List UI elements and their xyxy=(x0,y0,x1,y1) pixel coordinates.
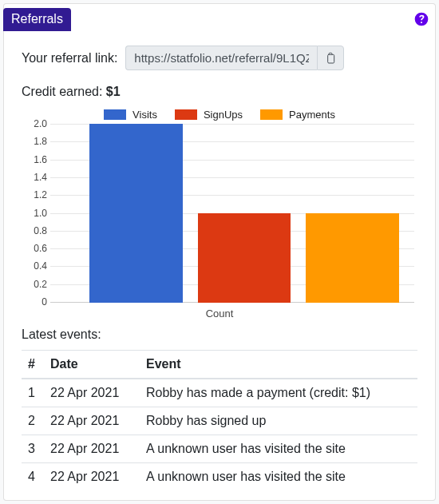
chart-bar-slot xyxy=(190,124,298,303)
events-heading: Latest events: xyxy=(22,327,417,342)
referral-link-input[interactable] xyxy=(125,46,317,70)
tab-referrals[interactable]: Referrals xyxy=(3,8,71,31)
credit-label: Credit earned: xyxy=(22,85,106,98)
chart-xlabel: Count xyxy=(22,308,417,319)
referral-link-label: Your referral link: xyxy=(22,51,117,65)
chart-ytick: 2.0 xyxy=(23,118,47,129)
table-row: 322 Apr 2021A unknown user has visited t… xyxy=(22,435,417,463)
events-col-event: Event xyxy=(140,351,417,379)
help-button[interactable] xyxy=(413,11,429,27)
chart-bar xyxy=(89,124,182,303)
legend-swatch xyxy=(175,109,197,120)
table-cell: Robby has signed up xyxy=(140,407,417,435)
chart-ytick: 0.4 xyxy=(23,260,47,272)
chart-ytick: 0.8 xyxy=(23,225,47,236)
table-cell: 22 Apr 2021 xyxy=(44,435,140,463)
chart-ytick: 1.2 xyxy=(23,189,47,200)
table-cell: Robby has made a payment (credit: $1) xyxy=(140,379,417,407)
chart-bar xyxy=(306,213,398,303)
table-cell: 3 xyxy=(22,435,44,463)
chart-ytick: 0 xyxy=(23,296,47,308)
legend-label: Payments xyxy=(289,109,335,121)
table-row: 222 Apr 2021Robby has signed up xyxy=(22,407,417,435)
referrals-card: Your referral link: Credit earned: $1 Vi… xyxy=(3,3,436,501)
table-row: 422 Apr 2021A unknown user has visited t… xyxy=(22,463,417,491)
table-cell: 22 Apr 2021 xyxy=(44,463,140,491)
chart-ytick: 1.4 xyxy=(23,172,47,183)
chart-ytick: 1.8 xyxy=(23,136,47,147)
chart-ytick: 1.0 xyxy=(23,208,47,219)
table-cell: 1 xyxy=(22,379,44,407)
legend-label: Visits xyxy=(132,109,157,121)
chart-bar-slot xyxy=(299,124,406,303)
legend-item: Payments xyxy=(260,109,335,121)
legend-swatch xyxy=(260,109,283,120)
events-col-index: # xyxy=(22,351,44,379)
svg-rect-0 xyxy=(328,54,334,63)
table-cell: 22 Apr 2021 xyxy=(44,407,140,435)
events-col-date: Date xyxy=(44,351,140,379)
legend-item: SignUps xyxy=(175,109,243,121)
table-cell: A unknown user has visited the site xyxy=(140,435,417,463)
clipboard-icon xyxy=(324,52,337,65)
chart-ytick: 0.6 xyxy=(23,243,47,254)
table-cell: 4 xyxy=(22,463,44,491)
legend-swatch xyxy=(104,109,126,120)
credit-amount: $1 xyxy=(106,85,121,98)
referral-link-row: Your referral link: xyxy=(22,46,417,70)
legend-label: SignUps xyxy=(204,109,243,121)
credit-earned: Credit earned: $1 xyxy=(22,85,417,99)
help-circle-icon xyxy=(413,11,429,27)
legend-item: Visits xyxy=(104,109,157,121)
chart-bar xyxy=(198,213,291,303)
chart-ytick: 1.6 xyxy=(23,154,47,165)
chart-ytick: 0.2 xyxy=(23,279,47,290)
table-cell: A unknown user has visited the site xyxy=(140,463,417,491)
events-table: # Date Event 122 Apr 2021Robby has made … xyxy=(22,350,417,490)
table-cell: 2 xyxy=(22,407,44,435)
referrals-chart: VisitsSignUpsPayments 00.20.40.60.81.01.… xyxy=(22,109,417,319)
copy-referral-button[interactable] xyxy=(317,46,344,70)
table-cell: 22 Apr 2021 xyxy=(44,379,140,407)
chart-bar-slot xyxy=(82,124,190,303)
table-row: 122 Apr 2021Robby has made a payment (cr… xyxy=(22,379,417,407)
